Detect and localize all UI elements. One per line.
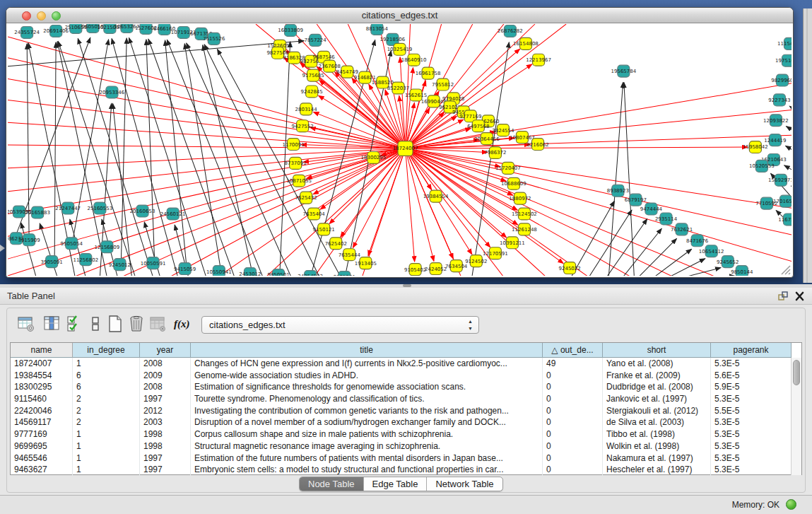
close-panel-button[interactable] [794,291,805,301]
table-cell-pagerank[interactable]: 5.3E-5 [711,452,792,465]
table-cell-out_degree[interactable]: 49 [543,358,603,370]
table-cell-out_degree[interactable]: 0 [543,370,603,382]
scrollbar-thumb[interactable] [793,360,800,385]
table-row[interactable]: 911546021997Tourette syndrome. Phenomeno… [11,393,801,405]
table-cell-in_degree[interactable]: 6 [73,381,140,393]
tab-network-table[interactable]: Network Table [427,477,502,491]
table-row[interactable]: 2242004622012Investigating the contribut… [11,405,801,417]
table-cell-title[interactable]: Tourette syndrome. Phenomenology and cla… [191,393,543,405]
table-cell-pagerank[interactable]: 5.3E-5 [711,428,792,440]
network-canvas[interactable]: 2435572420691406251065996050591021509310… [8,24,792,276]
table-cell-short[interactable]: de Silva et al. (2003) [603,416,711,428]
function-builder-button[interactable]: f(x) [172,315,191,333]
table-cell-out_degree[interactable]: 0 [543,393,603,405]
table-cell-out_degree[interactable]: 0 [543,440,603,452]
column-header-short[interactable]: short [603,343,711,358]
table-cell-name[interactable]: 14569117 [11,416,73,428]
table-cell-name[interactable]: 19384554 [11,370,73,382]
new-column-button[interactable] [106,315,124,333]
table-cell-name[interactable]: 18724007 [11,358,73,370]
table-cell-pagerank[interactable]: 5.3E-5 [711,464,792,476]
table-cell-title[interactable]: Estimation of significance thresholds fo… [191,381,543,393]
table-cell-year[interactable]: 2008 [140,358,191,370]
column-header-in_degree[interactable]: in_degree [73,343,140,358]
table-cell-in_degree[interactable]: 2 [73,416,140,428]
column-visibility-button[interactable] [42,315,61,333]
table-cell-short[interactable]: Dudbridge et al. (2008) [603,381,711,393]
table-cell-year[interactable]: 1998 [140,440,191,452]
table-row[interactable]: 977716911998Corpus callosum shape and si… [11,428,801,440]
table-cell-out_degree[interactable]: 0 [543,428,603,440]
table-cell-year[interactable]: 1997 [140,452,191,465]
table-cell-short[interactable]: Tibbo et al. (1998) [603,428,711,440]
column-header-name[interactable]: name [11,343,73,358]
column-header-title[interactable]: title [191,343,543,358]
table-cell-out_degree[interactable]: 0 [543,452,603,465]
table-cell-year[interactable]: 2009 [140,370,191,382]
table-cell-in_degree[interactable]: 1 [73,358,140,370]
table-cell-out_degree[interactable]: 0 [543,381,603,393]
tab-edge-table[interactable]: Edge Table [364,477,428,491]
table-cell-pagerank[interactable]: 5.3E-5 [711,393,792,405]
table-cell-in_degree[interactable]: 2 [73,405,140,417]
table-cell-year[interactable]: 1997 [140,393,191,405]
network-table-selector[interactable]: citations_edges.txt ▲▼ [201,316,479,334]
window-titlebar[interactable]: citations_edges.txt [6,8,793,23]
delete-column-button[interactable] [127,315,146,333]
table-cell-title[interactable]: Estimation of the future numbers of pati… [191,452,543,465]
table-cell-name[interactable]: 22420046 [11,405,73,417]
table-cell-pagerank[interactable]: 5.6E-5 [711,370,792,382]
table-row[interactable]: 1872400712008Changes of HCN gene express… [11,358,801,370]
table-cell-title[interactable]: Corpus callosum shape and size in male p… [191,428,543,440]
table-cell-title[interactable]: Embryonic stem cells: a model to study s… [191,464,543,476]
table-cell-title[interactable]: Changes of HCN gene expression and I(f) … [191,358,543,370]
table-cell-short[interactable]: Wolkin et al. (1998) [603,440,711,452]
table-row[interactable]: 1938455462009Genome-wide association stu… [11,370,801,382]
memory-indicator-icon[interactable] [786,499,796,510]
table-cell-in_degree[interactable]: 1 [73,452,140,465]
column-header-out_degree[interactable]: △ out_de... [543,343,603,358]
table-row[interactable]: 969969511998Structural magnetic resonanc… [11,440,801,452]
toggle-view-button[interactable] [86,315,105,333]
table-cell-short[interactable]: Jankovic et al. (1997) [603,393,711,405]
table-row[interactable]: 1830029562008Estimation of significance … [11,381,801,393]
table-cell-in_degree[interactable]: 1 [73,464,140,476]
table-cell-in_degree[interactable]: 6 [73,370,140,382]
table-cell-year[interactable]: 2012 [140,405,191,417]
table-cell-name[interactable]: 18300295 [11,381,73,393]
table-row[interactable]: 946362711997Embryonic stem cells: a mode… [11,464,801,476]
table-cell-pagerank[interactable]: 5.5E-5 [711,405,792,417]
table-cell-pagerank[interactable]: 5.3E-5 [711,358,792,370]
table-cell-name[interactable]: 9463627 [11,464,73,476]
table-cell-title[interactable]: Structural magnetic resonance image aver… [191,440,543,452]
table-cell-year[interactable]: 2003 [140,416,191,428]
table-cell-title[interactable]: Genome-wide association studies in ADHD. [191,370,543,382]
table-cell-title[interactable]: Investigating the contribution of common… [191,405,543,417]
table-cell-name[interactable]: 9699695 [11,440,73,452]
table-settings-button[interactable] [17,315,35,333]
table-cell-year[interactable]: 1998 [140,428,191,440]
column-header-pagerank[interactable]: pagerank [711,343,792,358]
table-cell-pagerank[interactable]: 5.9E-5 [711,381,792,393]
table-cell-name[interactable]: 9465546 [11,452,73,465]
table-row[interactable]: 1456911722003Disruption of a novel membe… [11,416,801,428]
table-cell-out_degree[interactable]: 0 [543,405,603,417]
table-cell-short[interactable]: Stergiakouli et al. (2012) [603,405,711,417]
table-cell-in_degree[interactable]: 1 [73,428,140,440]
table-cell-pagerank[interactable]: 5.3E-5 [711,440,792,452]
table-cell-short[interactable]: Nakamura et al. (1997) [603,452,711,465]
table-cell-in_degree[interactable]: 1 [73,440,140,452]
select-columns-button[interactable] [65,315,83,333]
table-cell-out_degree[interactable]: 0 [543,464,603,476]
table-cell-short[interactable]: Hescheler et al. (1997) [603,464,711,476]
vertical-scrollbar[interactable] [791,358,801,475]
network-graph[interactable]: 2435572420691406251065996050591021509310… [8,24,792,276]
table-cell-name[interactable]: 9115460 [11,393,73,405]
table-cell-title[interactable]: Disruption of a novel member of a sodium… [191,416,543,428]
tab-node-table[interactable]: Node Table [300,477,364,491]
table-cell-in_degree[interactable]: 2 [73,393,140,405]
table-cell-pagerank[interactable]: 5.3E-5 [711,416,792,428]
table-cell-name[interactable]: 9777169 [11,428,73,440]
table-row[interactable]: 946554611997Estimation of the future num… [11,452,801,465]
table-cell-short[interactable]: Yano et al. (2008) [603,358,711,370]
